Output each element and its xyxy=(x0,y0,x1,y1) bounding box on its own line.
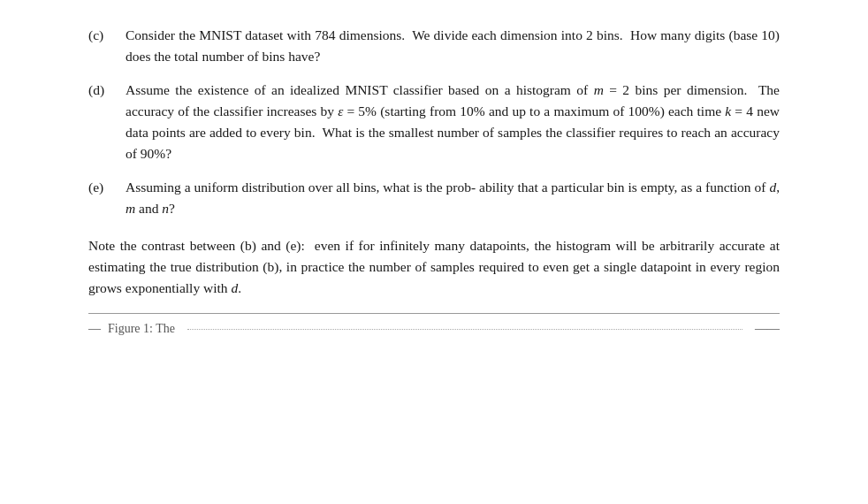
problem-label-d: (d) xyxy=(88,80,126,101)
bottom-figure-text: Figure 1: The xyxy=(108,319,175,339)
bottom-line: — Figure 1: The —— xyxy=(88,313,780,339)
problem-item-c: (c) Consider the MNIST dataset with 784 … xyxy=(88,25,780,67)
problem-text-c: Consider the MNIST dataset with 784 dime… xyxy=(126,25,780,67)
note-section: Note the contrast between (b) and (e): e… xyxy=(88,235,780,299)
page-content: (c) Consider the MNIST dataset with 784 … xyxy=(0,0,868,363)
problem-item-d: (d) Assume the existence of an idealized… xyxy=(88,80,780,164)
bottom-dots xyxy=(187,329,742,330)
bottom-dash-left: — xyxy=(88,319,101,339)
problem-text-d: Assume the existence of an idealized MNI… xyxy=(126,80,780,164)
bottom-dash-right: —— xyxy=(755,319,780,339)
problem-list: (c) Consider the MNIST dataset with 784 … xyxy=(88,25,780,219)
note-text: Note the contrast between (b) and (e): e… xyxy=(88,235,780,299)
problem-item-e: (e) Assuming a uniform distribution over… xyxy=(88,177,780,219)
problem-text-e: Assuming a uniform distribution over all… xyxy=(126,177,780,219)
problem-label-e: (e) xyxy=(88,177,126,198)
problem-label-c: (c) xyxy=(88,25,126,46)
